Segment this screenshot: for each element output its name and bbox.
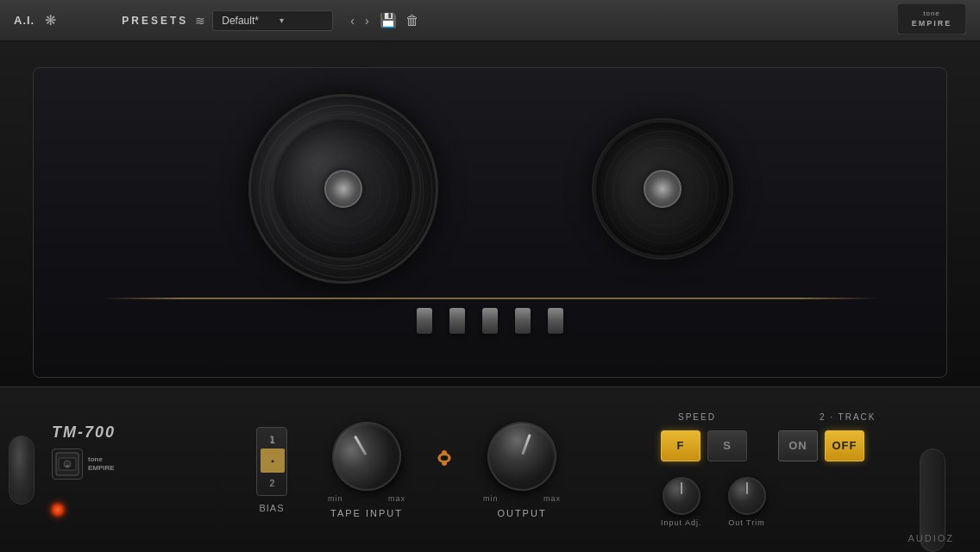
speed-s-button[interactable]: S <box>707 430 747 461</box>
speed-buttons: F S ON OFF <box>661 430 920 461</box>
input-adj-label: Input Adj. <box>661 518 702 528</box>
svg-text:tone: tone <box>923 9 940 17</box>
left-edge-knob[interactable] <box>9 436 35 505</box>
guide-post <box>548 308 563 334</box>
top-bar-left: A.I. ❋ <box>14 12 56 28</box>
out-trim-section: Out Trim <box>728 477 766 528</box>
svg-point-14 <box>631 157 700 226</box>
svg-point-12 <box>613 140 717 243</box>
svg-point-6 <box>286 131 406 252</box>
output-knob[interactable] <box>478 411 567 500</box>
next-preset-button[interactable]: › <box>361 12 373 29</box>
knob-min-max: min max <box>328 494 405 503</box>
svg-text:EMPIRE: EMPIRE <box>912 19 952 28</box>
bias-label: BIAS <box>259 503 284 513</box>
wave-icon: ≋ <box>195 14 205 28</box>
preset-name: Default* <box>222 15 259 27</box>
knob-max-label: max <box>388 494 405 503</box>
prev-preset-button[interactable]: ‹ <box>347 12 358 29</box>
out-trim-label: Out Trim <box>728 518 765 528</box>
small-knobs: Input Adj. Out Trim <box>661 477 920 528</box>
guide-post <box>515 308 531 334</box>
out-trim-knob[interactable] <box>728 477 766 515</box>
brand-model: TM-700 <box>52 423 116 442</box>
brand-text: tone EMPIRE <box>88 455 115 474</box>
knob-min-max: min max <box>483 494 561 503</box>
speed-label: SPEED <box>678 412 716 422</box>
tape-machine-visual <box>0 41 980 386</box>
power-led <box>52 504 64 516</box>
svg-text:⊕: ⊕ <box>66 463 69 468</box>
guide-post <box>482 308 498 334</box>
left-reel <box>248 94 438 284</box>
svg-point-5 <box>277 122 415 260</box>
tape-deck-body <box>33 67 947 378</box>
output-section: min max OUTPUT <box>483 422 561 518</box>
save-icon[interactable]: 💾 <box>380 12 397 28</box>
svg-point-13 <box>622 148 708 235</box>
network-icon: ❋ <box>45 12 56 28</box>
tape-machine-area <box>0 41 980 386</box>
presets-label: PRESETS <box>122 15 188 27</box>
brand-logo: ⊕ tone EMPIRE <box>52 448 115 480</box>
knob-min-label: min <box>328 494 343 503</box>
svg-point-9 <box>311 157 380 226</box>
tape-input-label: TAPE INPUT <box>330 508 403 518</box>
tape-input-knob[interactable] <box>319 409 413 503</box>
svg-point-15 <box>639 166 691 217</box>
track-off-button[interactable]: OFF <box>825 430 864 461</box>
save-icons: 💾 🗑 <box>380 12 419 28</box>
controls-panel: TM-700 ⊕ tone EMPIRE <box>0 386 980 552</box>
svg-text:2: 2 <box>270 479 275 488</box>
svg-point-25 <box>442 461 447 466</box>
preset-dropdown[interactable]: Default* ▾ <box>212 10 333 31</box>
guide-post <box>417 308 432 334</box>
chevron-down-icon: ▾ <box>280 16 284 25</box>
main-area: TM-700 ⊕ tone EMPIRE <box>0 41 980 552</box>
tone-empire-logo: tone EMPIRE <box>897 3 966 38</box>
knob-min-label: min <box>483 494 499 503</box>
svg-point-11 <box>605 131 726 252</box>
brand-section: TM-700 ⊕ tone EMPIRE <box>52 423 224 516</box>
output-label: OUTPUT <box>497 508 546 518</box>
speed-f-button[interactable]: F <box>661 430 700 461</box>
brand-icon: ⊕ <box>52 448 83 480</box>
svg-point-3 <box>260 105 432 278</box>
bias-selector[interactable]: 1 ▪ 2 <box>256 427 287 496</box>
svg-point-8 <box>303 148 389 235</box>
nav-arrows: ‹ › <box>347 12 372 29</box>
link-icon <box>427 441 462 499</box>
track-label: 2 · TRACK <box>820 412 876 422</box>
trash-icon[interactable]: 🗑 <box>405 13 419 28</box>
svg-text:1: 1 <box>270 436 275 445</box>
tape-input-section: min max TAPE INPUT <box>328 422 405 518</box>
guide-posts <box>231 265 749 334</box>
top-bar-right: tone EMPIRE <box>897 3 966 38</box>
svg-point-24 <box>442 450 447 455</box>
presets-section: PRESETS ≋ Default* ▾ ‹ › 💾 🗑 <box>122 10 418 31</box>
svg-point-4 <box>268 114 424 269</box>
ai-label[interactable]: A.I. <box>14 14 35 27</box>
svg-text:▪: ▪ <box>271 456 274 466</box>
speed-track-labels: SPEED 2 · TRACK <box>661 412 920 422</box>
audioz-watermark: AUDIOZ <box>908 533 954 543</box>
input-adj-knob[interactable] <box>663 477 700 515</box>
top-bar: A.I. ❋ PRESETS ≋ Default* ▾ ‹ › 💾 🗑 tone… <box>0 0 980 41</box>
bias-section: 1 ▪ 2 BIAS <box>233 427 311 513</box>
track-on-button[interactable]: ON <box>778 430 818 461</box>
knob-max-label: max <box>543 494 561 503</box>
guide-post <box>449 308 465 334</box>
right-reel <box>594 120 732 258</box>
input-adj-section: Input Adj. <box>661 477 702 528</box>
speed-section: SPEED 2 · TRACK F S ON OFF Input Adj. Ou… <box>661 412 920 528</box>
svg-point-7 <box>294 140 398 243</box>
svg-point-10 <box>320 166 372 217</box>
